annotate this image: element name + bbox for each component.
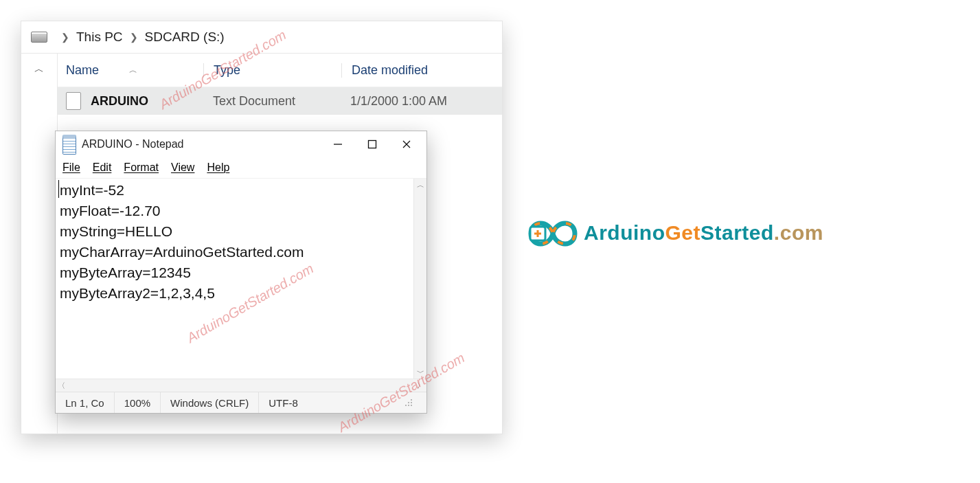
column-header-name[interactable]: Name ︿ bbox=[66, 63, 203, 78]
status-encoding: UTF-8 bbox=[259, 392, 426, 413]
drive-icon bbox=[31, 32, 47, 43]
notepad-title: ARDUINO - Notepad bbox=[82, 138, 321, 150]
status-zoom: 100% bbox=[115, 392, 161, 413]
chevron-up-icon: ︿ bbox=[34, 63, 44, 434]
text-caret bbox=[58, 180, 59, 198]
editor-line: myInt=-52 bbox=[60, 180, 424, 201]
notepad-textarea[interactable]: myInt=-52 myFloat=-12.70 myString=HELLO … bbox=[56, 179, 426, 379]
status-encoding-label: UTF-8 bbox=[269, 397, 298, 409]
file-name-label: ARDUINO bbox=[91, 94, 148, 109]
status-cursor-pos: Ln 1, Co bbox=[56, 392, 115, 413]
scroll-left-icon[interactable]: 〈 bbox=[58, 381, 65, 391]
breadcrumb-this-pc[interactable]: This PC bbox=[76, 30, 123, 45]
editor-line: myString=HELLO bbox=[60, 221, 424, 242]
horizontal-scrollbar[interactable]: 〈 〉 bbox=[56, 379, 426, 392]
editor-line: myByteArray2=1,2,3,4,5 bbox=[60, 283, 424, 304]
file-row-arduino[interactable]: ARDUINO Text Document 1/1/2000 1:00 AM bbox=[58, 87, 502, 115]
menu-view[interactable]: View bbox=[171, 161, 194, 174]
notepad-statusbar: Ln 1, Co 100% Windows (CRLF) UTF-8 bbox=[56, 392, 426, 413]
sort-asc-icon: ︿ bbox=[129, 65, 137, 76]
vertical-scrollbar[interactable]: ︿ ﹀ bbox=[413, 179, 426, 379]
scroll-up-icon[interactable]: ︿ bbox=[414, 179, 426, 191]
column-header-type[interactable]: Type bbox=[203, 63, 341, 78]
logo-word-arduino: Arduino bbox=[584, 221, 665, 244]
editor-line: myByteArray=12345 bbox=[60, 262, 424, 283]
logo-word-started: Started bbox=[700, 221, 774, 244]
logo-word-get: Get bbox=[665, 221, 700, 244]
notepad-titlebar[interactable]: ARDUINO - Notepad bbox=[56, 131, 426, 157]
column-headers: Name ︿ Type Date modified bbox=[58, 54, 502, 87]
file-name-cell: ARDUINO bbox=[66, 92, 203, 110]
brand-logo: ArduinoGetStarted.com bbox=[522, 206, 823, 260]
text-file-icon bbox=[66, 92, 81, 110]
menu-file[interactable]: File bbox=[62, 161, 80, 174]
resize-grip-icon[interactable] bbox=[403, 397, 414, 408]
chevron-right-icon: ❯ bbox=[61, 32, 69, 43]
infinity-logo-icon bbox=[522, 206, 584, 260]
svg-rect-1 bbox=[369, 141, 376, 148]
file-type-cell: Text Document bbox=[203, 94, 341, 109]
column-header-date[interactable]: Date modified bbox=[341, 63, 502, 78]
brand-logo-text: ArduinoGetStarted.com bbox=[584, 221, 823, 245]
column-header-name-label: Name bbox=[66, 63, 99, 78]
chevron-right-icon: ❯ bbox=[130, 32, 138, 43]
file-date-cell: 1/1/2000 1:00 AM bbox=[341, 94, 502, 109]
menu-format[interactable]: Format bbox=[124, 161, 159, 174]
logo-word-com: .com bbox=[774, 221, 823, 244]
notepad-menubar: File Edit Format View Help bbox=[56, 157, 426, 179]
status-eol: Windows (CRLF) bbox=[161, 392, 259, 413]
editor-line: myFloat=-12.70 bbox=[60, 201, 424, 221]
editor-line: myCharArray=ArduinoGetStarted.com bbox=[60, 242, 424, 262]
menu-edit[interactable]: Edit bbox=[93, 161, 112, 174]
minimize-button[interactable] bbox=[321, 133, 355, 156]
close-button[interactable] bbox=[389, 133, 424, 156]
notepad-window: ARDUINO - Notepad File Edit Format View … bbox=[55, 131, 427, 414]
notepad-icon bbox=[62, 135, 76, 155]
scroll-right-icon[interactable]: 〉 bbox=[417, 381, 424, 391]
maximize-button[interactable] bbox=[355, 133, 389, 156]
nav-collapse-gutter[interactable]: ︿ bbox=[21, 54, 58, 434]
menu-help[interactable]: Help bbox=[207, 161, 229, 174]
scroll-down-icon[interactable]: ﹀ bbox=[414, 366, 426, 379]
breadcrumb[interactable]: ❯ This PC ❯ SDCARD (S:) bbox=[21, 21, 502, 54]
breadcrumb-drive[interactable]: SDCARD (S:) bbox=[145, 30, 225, 45]
